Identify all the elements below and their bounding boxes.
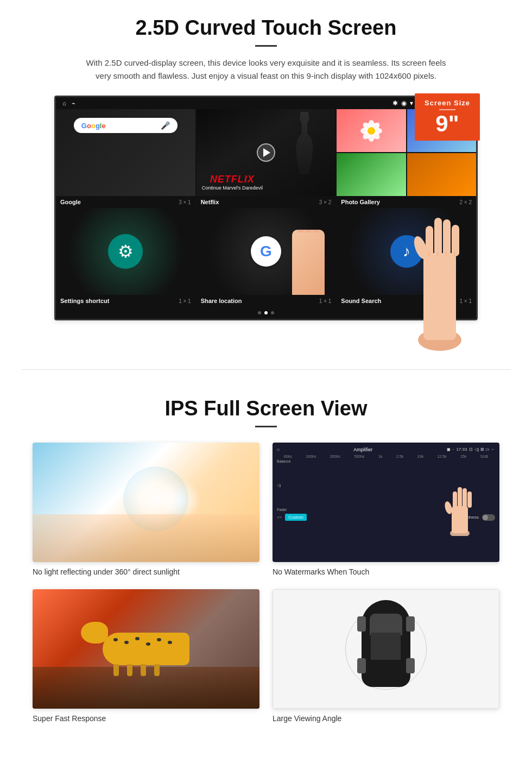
section2-title: IPS Full Screen View (33, 397, 499, 420)
feature-caption-car: Large Viewing Angle (273, 714, 499, 723)
ips-title-divider (255, 426, 277, 427)
svg-rect-13 (453, 491, 457, 509)
app-cell-google[interactable]: Google 🎤 Google 3 × 1 (56, 109, 195, 208)
gallery-label-bar: Photo Gallery 2 × 2 (337, 196, 476, 208)
feature-caption-sunlight: No light reflecting under 360° direct su… (33, 567, 259, 576)
car-wheel-front-right (406, 616, 415, 632)
feature-cheetah: Super Fast Response (33, 589, 259, 723)
amp-relative: ⌂ Amplifier ◼ ·· 17:33 ⊡ ◁) ⊠ ▭ ← 60hz10… (277, 447, 495, 558)
feature-caption-amplifier: No Watermarks When Touch (273, 567, 499, 576)
dot-2 (264, 311, 268, 314)
amp-home-icon: ⌂ (277, 447, 280, 452)
cheetah-body (103, 633, 189, 665)
settings-label-bar: Settings shortcut 1 × 1 (56, 295, 195, 307)
svg-rect-16 (467, 491, 472, 508)
feature-sunlight: No light reflecting under 360° direct su… (33, 443, 259, 576)
share-app-size: 1 × 1 (319, 298, 332, 304)
feature-car: Large Viewing Angle (273, 589, 499, 723)
amp-custom-btn[interactable]: Custom (285, 514, 307, 521)
eq-hand (441, 482, 479, 536)
finger1 (297, 230, 304, 232)
sound-app-name: Sound Search (341, 298, 381, 304)
badge-title: Screen Size (421, 99, 473, 107)
netflix-app-name: Netflix (201, 199, 219, 205)
section-curved: 2.5D Curved Touch Screen With 2.5D curve… (0, 0, 532, 353)
share-app-name: Share location (201, 298, 242, 304)
amp-eq-bars (299, 464, 318, 507)
share-cell-content: G (197, 208, 336, 295)
amp-time: 17:33 (456, 447, 467, 452)
cheetah-spots (113, 638, 118, 641)
google-cell-content: Google 🎤 (56, 109, 195, 196)
feature-img-amplifier: ⌂ Amplifier ◼ ·· 17:33 ⊡ ◁) ⊠ ▭ ← 60hz10… (273, 443, 499, 562)
play-triangle-icon (263, 148, 270, 157)
feature-img-car (273, 589, 499, 709)
title-divider (255, 45, 277, 47)
screen-size-badge: Screen Size 9" (415, 93, 480, 141)
eq-hand-svg (441, 482, 479, 536)
settings-circle: ⚙ (108, 234, 143, 269)
app-cell-settings[interactable]: ⚙ Settings shortcut 1 × 1 (56, 208, 195, 307)
gallery-thumb-4 (407, 153, 476, 196)
usb-icon: ⌁ (72, 100, 75, 107)
section-separator (22, 369, 510, 370)
cheetah-head (81, 622, 108, 644)
car-wheel-rear-right (406, 658, 415, 673)
gallery-thumb-3 (337, 153, 406, 196)
wifi-icon: ▾ (410, 99, 413, 107)
location-icon: ◉ (401, 99, 407, 107)
cheetah-leg-3 (141, 664, 146, 676)
music-note-icon: ♪ (403, 243, 410, 260)
sound-cell-content: ♪ (337, 208, 476, 295)
car-roof (371, 633, 401, 660)
amp-vol-icon: ◁) (277, 483, 296, 488)
google-search-bar[interactable]: Google 🎤 (74, 118, 178, 133)
screen-wrapper: Screen Size 9" ⌂ ⌁ ✱ ◉ ▾ 15:06 ⊡ (54, 96, 478, 320)
dot-3 (271, 311, 274, 314)
google-app-name: Google (60, 199, 81, 205)
status-left: ⌂ ⌁ (62, 100, 75, 107)
netflix-label-bar: Netflix 3 × 2 (197, 196, 336, 208)
cheetah-leg-2 (127, 664, 132, 676)
finger2 (305, 230, 312, 232)
horizon-gradient (33, 514, 259, 562)
gallery-app-name: Photo Gallery (341, 199, 380, 205)
car-view-wrapper (353, 600, 419, 698)
app-cell-share[interactable]: G (197, 208, 336, 307)
cheetah-container (103, 633, 189, 665)
feature-img-sunlight (33, 443, 259, 562)
home-icon: ⌂ (62, 100, 66, 106)
feature-img-cheetah (33, 589, 259, 709)
svg-rect-12 (452, 506, 468, 533)
svg-rect-14 (458, 487, 462, 508)
amp-sidebar-area: Balance ◁) Fader (277, 459, 495, 512)
section1-title: 2.5D Curved Touch Screen (33, 16, 499, 40)
share-label-bar: Share location 1 × 1 (197, 295, 336, 307)
amp-freq-labels: 60hz100hz200hz500hz1k 2.5k10k12.5k15kSUB (277, 455, 495, 458)
netflix-logo: NETFLIX (202, 174, 263, 185)
play-button[interactable] (257, 143, 275, 162)
share-icon-area: G (197, 208, 336, 295)
app-cell-sound[interactable]: ♪ Sound Search 1 × 1 (337, 208, 476, 307)
pagination (56, 307, 476, 319)
cheetah-leg-1 (113, 664, 119, 676)
amp-toggle[interactable] (482, 514, 495, 521)
flower-icon (358, 117, 385, 144)
netflix-subtitle: Continue Marvel's Daredevil (202, 185, 263, 191)
amp-fader-label: Fader (277, 508, 296, 512)
car-wheel-rear-left (357, 658, 366, 673)
cheetah-bg (33, 589, 259, 709)
hand-touch-overlay (287, 230, 330, 295)
cheetah-legs (113, 664, 160, 676)
sound-label-bar: Sound Search 1 × 1 (337, 295, 476, 307)
app-cell-netflix[interactable]: NETFLIX Continue Marvel's Daredevil Netf… (197, 109, 336, 208)
feature-grid: No light reflecting under 360° direct su… (33, 443, 499, 723)
section1-description: With 2.5D curved-display screen, this de… (81, 56, 451, 83)
gallery-app-size: 2 × 2 (459, 199, 472, 205)
bluetooth-icon: ✱ (392, 99, 398, 107)
netflix-app-size: 3 × 2 (319, 199, 332, 205)
settings-app-size: 1 × 1 (179, 298, 191, 304)
section-ips: IPS Full Screen View No light reflecting… (0, 386, 532, 745)
gmap-g-icon: G (251, 236, 281, 267)
app-grid-row2: ⚙ Settings shortcut 1 × 1 (56, 208, 476, 307)
